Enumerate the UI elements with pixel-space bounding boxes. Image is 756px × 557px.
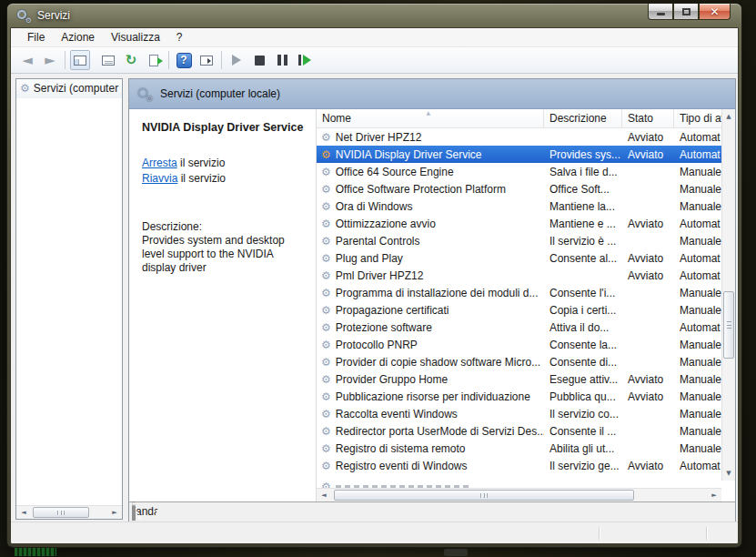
restart-service-link[interactable]: Riavvia — [142, 172, 177, 185]
service-name: Net Driver HPZ12 — [336, 131, 422, 144]
scroll-down-icon[interactable]: ▼ — [722, 466, 735, 481]
table-row[interactable]: ⚙NVIDIA Display Driver Service Provides … — [317, 146, 721, 163]
table-row[interactable]: ⚙Redirector porta UserMode di Servizi De… — [317, 422, 721, 440]
table-row[interactable]: ⚙Ottimizzazione avvio Mantiene e ... Avv… — [317, 215, 721, 232]
column-header-tipo-di-avvio[interactable]: Tipo di av — [674, 109, 721, 127]
console-tree-toggle-button[interactable] — [70, 50, 90, 70]
table-row[interactable]: ⚙Net Driver HPZ12 Avviato Automat — [317, 128, 721, 146]
service-startup-type: Manuale — [674, 356, 721, 369]
table-row[interactable]: ⚙Pubblicazione risorse per individuazion… — [317, 388, 721, 405]
export-list-button[interactable] — [144, 50, 164, 70]
table-row[interactable]: ⚙Ora di Windows Mantiene la... Manuale — [317, 197, 721, 215]
help-icon: ? — [176, 53, 192, 68]
start-service-button[interactable] — [227, 50, 247, 70]
service-description: Mantiene e ... — [544, 218, 622, 230]
table-row[interactable]: ⚙Office 64 Source Engine Salva i file d.… — [317, 163, 721, 180]
scroll-left-icon[interactable]: ◄ — [317, 489, 331, 501]
service-status: Avviato — [622, 460, 674, 472]
table-row[interactable]: ⚙Plug and Play Consente al... Avviato Au… — [317, 249, 721, 267]
view-tabbar: Esteso Standard — [129, 501, 735, 522]
back-button[interactable]: ◄ — [17, 50, 37, 70]
service-name: Office Software Protection Platform — [336, 183, 506, 196]
scrollbar-thumb[interactable] — [33, 507, 89, 518]
restart-service-line: Riavvia il servizio — [142, 171, 308, 187]
table-row[interactable]: ⚙Office Software Protection Platform Off… — [317, 180, 721, 197]
service-startup-type: Automat — [674, 269, 721, 282]
list-column-headers: ▲ Nome Descrizione Stato Tipo di av — [317, 109, 735, 128]
gear-icon: ⚙ — [321, 288, 331, 299]
menu-file[interactable]: File — [19, 29, 53, 46]
column-header-descrizione[interactable]: Descrizione — [544, 109, 622, 127]
restart-service-button[interactable] — [295, 50, 315, 70]
gear-icon: ⚙ — [321, 218, 331, 229]
description-text: Provides system and desktop level suppor… — [142, 234, 308, 275]
service-status: Avviato — [622, 252, 674, 265]
stop-service-link[interactable]: Arresta — [142, 157, 177, 169]
restart-icon — [298, 55, 311, 66]
service-startup-type: Automat — [674, 321, 721, 334]
pause-service-button[interactable] — [272, 50, 292, 70]
scroll-left-icon[interactable]: ◄ — [16, 506, 31, 519]
menu-azione[interactable]: Azione — [53, 29, 103, 46]
gear-icon: ⚙ — [321, 270, 331, 281]
tree-root-label: Servizi (computer — [34, 82, 118, 95]
service-startup-type: Manuale — [674, 235, 721, 248]
scroll-right-icon[interactable]: ► — [707, 489, 721, 501]
menu-help[interactable]: ? — [168, 29, 191, 46]
column-header-stato[interactable]: Stato — [622, 109, 674, 127]
titlebar[interactable]: ⚙ Servizi ✕ — [7, 4, 741, 27]
refresh-button[interactable]: ↻ — [121, 50, 141, 70]
table-row[interactable]: ⚙Registro di sistema remoto Abilita gli … — [317, 440, 721, 457]
table-row[interactable]: ⚙Provider di copie shadow software Micro… — [317, 353, 721, 370]
table-row[interactable]: ⚙Protezione software Attiva il do... Aut… — [317, 319, 721, 336]
service-name: Pml Driver HPZ12 — [336, 269, 424, 282]
minimize-icon — [657, 13, 665, 15]
toolbar: ◄ ► ↻ ? — [11, 47, 738, 74]
column-header-nome[interactable]: ▲ Nome — [317, 109, 544, 127]
export-list-icon — [149, 55, 158, 66]
toolbar-separator — [65, 51, 66, 69]
service-name: Ora di Windows — [336, 200, 413, 213]
maximize-icon — [682, 8, 690, 15]
tab-standard[interactable]: Standard — [134, 501, 136, 521]
pause-icon — [277, 55, 287, 66]
band-title: Servizi (computer locale) — [160, 87, 280, 100]
menu-visualizza[interactable]: Visualizza — [103, 29, 168, 46]
table-row[interactable]: ⚙Pml Driver HPZ12 Avviato Automat — [317, 267, 721, 284]
scroll-right-icon[interactable]: ► — [107, 506, 122, 519]
table-row[interactable]: ⚙Propagazione certificati Copia i certi.… — [317, 301, 721, 319]
service-name: Raccolta eventi Windows — [336, 408, 458, 420]
service-description: Consente di... — [544, 356, 622, 369]
service-status: Avviato — [622, 269, 674, 282]
tree-item-services-root[interactable]: ⚙ Servizi (computer — [16, 79, 122, 98]
table-row[interactable]: ⚙Raccolta eventi Windows Il servizio co.… — [317, 405, 721, 422]
service-name: Registro di sistema remoto — [336, 442, 466, 455]
table-row[interactable]: ⚙Provider Gruppo Home Esegue attiv... Av… — [317, 370, 721, 388]
minimize-button[interactable] — [648, 4, 673, 20]
maximize-button[interactable] — [673, 4, 699, 20]
scrollbar-thumb[interactable] — [723, 291, 734, 359]
table-row[interactable]: ⚙Programma di installazione dei moduli d… — [317, 284, 721, 301]
tree-horizontal-scrollbar[interactable]: ◄ ► — [16, 505, 122, 519]
forward-button[interactable]: ► — [40, 50, 60, 70]
service-startup-type: Manuale — [674, 442, 721, 455]
list-vertical-scrollbar[interactable]: ▲ ▼ — [721, 109, 735, 481]
description-label: Descrizione: — [142, 220, 308, 234]
services-window: ⚙ Servizi ✕ File Azione Visualizza ? ◄ ►… — [7, 4, 741, 547]
table-row[interactable]: ⚙Protocollo PNRP Consente la... Manuale — [317, 336, 721, 353]
list-horizontal-scrollbar[interactable]: ◄ ► — [317, 488, 721, 501]
extended-view-button[interactable] — [197, 50, 217, 70]
table-row[interactable]: ⚙Registro eventi di Windows Il servizio … — [317, 457, 721, 474]
gear-icon: ⚙ — [321, 461, 331, 471]
service-name: Programma di installazione dei moduli d.… — [336, 287, 539, 299]
service-startup-type: Automat — [674, 460, 721, 472]
scrollbar-thumb[interactable] — [334, 490, 634, 501]
properties-button[interactable] — [98, 50, 118, 70]
stop-service-button[interactable] — [249, 50, 269, 70]
service-name: Protocollo PNRP — [336, 339, 418, 351]
scroll-up-icon[interactable]: ▲ — [722, 109, 735, 124]
table-row[interactable]: ⚙Parental Controls Il servizio è ... Man… — [317, 232, 721, 249]
close-button[interactable]: ✕ — [699, 4, 731, 20]
service-startup-type: Manuale — [674, 390, 721, 403]
help-button[interactable]: ? — [174, 50, 194, 70]
